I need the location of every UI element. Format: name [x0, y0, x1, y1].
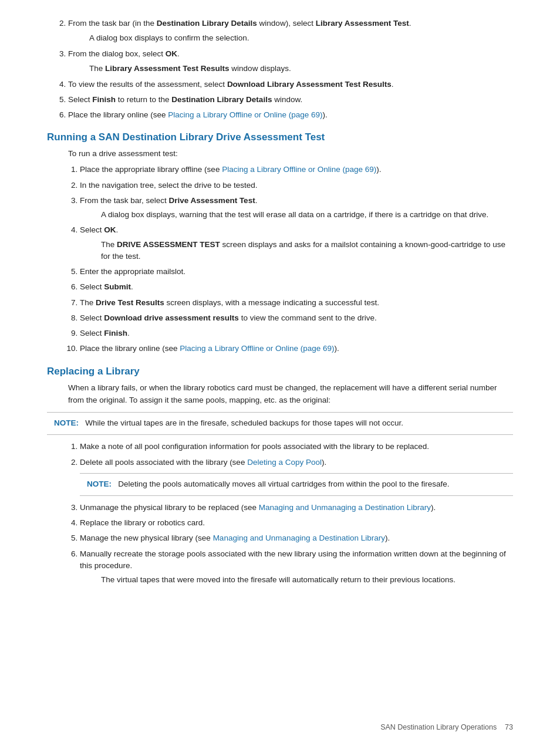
inline-link[interactable]: Managing and Unmanaging a Destination Li… [213, 534, 385, 542]
note-box-1: NOTE: While the virtual tapes are in the… [47, 412, 513, 435]
bold-text: Download drive assessment results [104, 313, 239, 322]
list-item: Unmanage the physical library to be repl… [80, 502, 513, 514]
sub-text: The virtual tapes that were moved into t… [101, 574, 513, 586]
bold-text: OK [166, 49, 177, 58]
inline-link[interactable]: Placing a Library Offline or Online (pag… [168, 110, 322, 119]
note-label: NOTE: [54, 418, 79, 427]
page: From the task bar (in the Destination Li… [0, 0, 560, 746]
list-item: In the navigation tree, select the drive… [80, 180, 513, 191]
list-item: Place the appropriate library offline (s… [80, 164, 513, 175]
sub-text: The Library Assessment Test Results wind… [89, 63, 513, 75]
section3-heading: Replacing a Library [47, 366, 513, 377]
list-item: Place the library online (see Placing a … [68, 109, 513, 121]
intro-list: From the task bar (in the Destination Li… [68, 18, 513, 121]
list-item: Manually recreate the storage pools asso… [80, 548, 513, 586]
inline-link[interactable]: Placing a Library Offline or Online (pag… [180, 344, 334, 353]
list-item: Place the library online (see Placing a … [80, 343, 513, 355]
inline-link[interactable]: Placing a Library Offline or Online (pag… [222, 165, 376, 174]
bold-text: Download Library Assessment Test Results [227, 80, 392, 89]
list-item: Select Submit. [80, 281, 513, 293]
section3-intro: When a library fails, or when the librar… [68, 382, 513, 407]
list-item: Replace the library or robotics card. [80, 517, 513, 529]
list-item: From the task bar, select Drive Assessme… [80, 195, 513, 221]
inline-link[interactable]: Deleting a Copy Pool [247, 458, 322, 467]
list-item: Select OK. The DRIVE ASSESSMENT TEST scr… [80, 224, 513, 262]
list-item: Enter the appropriate mailslot. [80, 266, 513, 278]
sub-text: The DRIVE ASSESSMENT TEST screen display… [101, 239, 513, 263]
list-item: From the dialog box, select OK. The Libr… [68, 48, 513, 75]
bold-text: Finish [92, 95, 116, 104]
sub-text: A dialog box displays, warning that the … [101, 209, 513, 221]
bold-text: DRIVE ASSESSMENT TEST [117, 240, 220, 249]
bold-text: Library Assessment Test Results [105, 64, 230, 73]
bold-text: Drive Assessment Test [169, 196, 255, 205]
list-item: Delete all pools associated with the lib… [80, 457, 513, 496]
list-item: Make a note of all pool configuration in… [80, 441, 513, 453]
list-item: Manage the new physical library (see Man… [80, 532, 513, 544]
bold-text: Submit [104, 282, 131, 291]
bold-text: Destination Library Details [157, 19, 257, 28]
list-item: Select Finish. [80, 328, 513, 339]
section3-list: Make a note of all pool configuration in… [80, 441, 513, 586]
note-box-2: NOTE: Deleting the pools automatically m… [80, 473, 513, 496]
list-item: From the task bar (in the Destination Li… [68, 18, 513, 45]
inline-link[interactable]: Managing and Unmanaging a Destination Li… [259, 503, 431, 512]
section2-list: Place the appropriate library offline (s… [80, 164, 513, 355]
sub-text: A dialog box displays to confirm the sel… [89, 32, 513, 45]
note-label: NOTE: [87, 480, 112, 488]
footer-page: 73 [505, 723, 513, 731]
section2-intro: To run a drive assessment test: [68, 148, 513, 160]
bold-text: OK [104, 225, 116, 234]
list-item: Select Download drive assessment results… [80, 312, 513, 324]
footer: SAN Destination Library Operations 73 [380, 723, 513, 731]
list-item: The Drive Test Results screen displays, … [80, 297, 513, 309]
bold-text: Finish [104, 329, 127, 337]
bold-text: Library Assessment Test [316, 19, 409, 28]
list-item: To view the results of the assessment, s… [68, 79, 513, 91]
bold-text: Destination Library Details [171, 95, 272, 104]
footer-chapter: SAN Destination Library Operations [380, 723, 497, 731]
list-item: Select Finish to return to the Destinati… [68, 94, 513, 106]
section2-heading: Running a SAN Destination Library Drive … [47, 131, 513, 143]
bold-text: Drive Test Results [96, 298, 164, 307]
